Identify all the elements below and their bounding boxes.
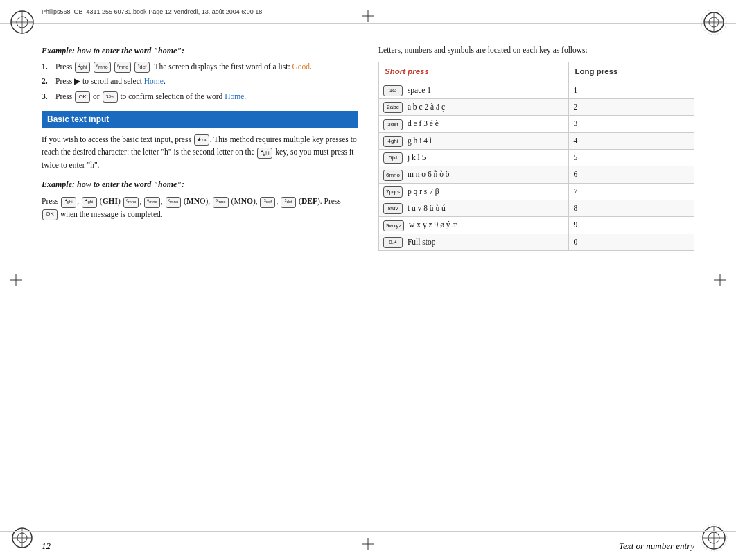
table-row: 5jkl j k l 55 xyxy=(379,149,694,166)
col-header-short-press: Short press xyxy=(379,62,569,82)
key-4: ⁴ghi xyxy=(75,62,90,73)
page: Philips568_GB_4311 255 60731.book Page 1… xyxy=(0,0,736,560)
step-1: 1. Press ⁴ghi ⁶mno ⁶mno ³def The screen … xyxy=(42,61,358,73)
key-icon: 8tuv xyxy=(383,203,403,214)
key-3-e2a: ³def xyxy=(260,197,275,208)
page-footer: 12 Text or number entry xyxy=(0,531,736,560)
crosshair-right xyxy=(714,274,726,286)
step-2-num: 2. xyxy=(42,76,51,87)
table-row: 7pqrs p q r s 7 β7 xyxy=(379,183,694,200)
key-3: ³def xyxy=(134,62,150,73)
key-6-e2d: ⁶mno xyxy=(213,197,229,208)
crosshair-left xyxy=(10,274,22,286)
table-header-row: Short press Long press xyxy=(379,62,694,82)
key-4-e2: ⁴ghi xyxy=(61,197,76,208)
step-3-text: Press OK or ⁱ10∞ to confirm selection of… xyxy=(55,91,246,103)
key-ok-e2: OK xyxy=(42,209,58,220)
table-body: 1ω space 112abc a b c 2 à ä ç23def d e f… xyxy=(379,82,694,251)
long-press-cell: 6 xyxy=(569,166,694,183)
short-press-cell: 6mno m n o 6 ñ ò ö xyxy=(379,166,569,183)
key-table: Short press Long press 1ω space 112abc a… xyxy=(378,62,694,251)
step-3-num: 3. xyxy=(42,91,51,103)
key-3-e2b: ³def xyxy=(281,197,296,208)
key-hash: ⁱ10∞ xyxy=(103,91,118,103)
word-home-2: Home xyxy=(225,92,244,100)
step-3: 3. Press OK or ⁱ10∞ to confirm selection… xyxy=(42,91,358,103)
key-icon: 4ghi xyxy=(383,136,403,147)
step-1-num: 1. xyxy=(42,61,51,73)
right-column: Letters, numbers and symbols are located… xyxy=(378,30,694,524)
crosshair-top xyxy=(362,10,374,22)
table-row: 4ghi g h i 4 ì4 xyxy=(379,132,694,149)
key-icon: 6mno xyxy=(383,170,403,181)
short-press-cell: 5jkl j k l 5 xyxy=(379,149,569,166)
table-row: 6mno m n o 6 ñ ò ö6 xyxy=(379,166,694,183)
key-icon: 1ω xyxy=(383,85,403,96)
short-press-cell: 2abc a b c 2 à ä ç xyxy=(379,98,569,115)
key-icon: 3def xyxy=(383,119,403,130)
long-press-cell: 7 xyxy=(569,183,694,200)
key-6a: ⁶mno xyxy=(94,62,111,73)
long-press-cell: 9 xyxy=(569,217,694,234)
short-press-cell: 8tuv t u v 8 ü ù ú xyxy=(379,200,569,217)
long-press-cell: 1 xyxy=(569,82,694,98)
table-row: 3def d e f 3 é è3 xyxy=(379,116,694,132)
corner-decoration-tl xyxy=(8,8,36,36)
col-header-long-press: Long press xyxy=(569,62,694,82)
example2-text: Press ⁴ghi, ⁴ghi (GHI) ⁶mno, ⁶mno, ⁶mno … xyxy=(42,195,358,220)
intro-text: Letters, numbers and symbols are located… xyxy=(378,44,694,56)
key-4-ref: ⁴ghi xyxy=(257,148,272,159)
left-column: Example: how to enter the word "home": 1… xyxy=(42,30,358,524)
step-2-text: Press ▶ to scroll and select Home. xyxy=(55,76,166,87)
main-content: Example: how to enter the word "home": 1… xyxy=(42,30,694,524)
word-home-1: Home xyxy=(144,77,164,85)
key-icon: 7pqrs xyxy=(383,186,403,198)
table-row: 8tuv t u v 8 ü ù ú8 xyxy=(379,200,694,217)
key-6-e2c: ⁶mno xyxy=(166,197,182,208)
short-press-cell: 4ghi g h i 4 ì xyxy=(379,132,569,149)
step-2: 2. Press ▶ to scroll and select Home. xyxy=(42,76,358,87)
basic-text-paragraph: If you wish to access the basic text inp… xyxy=(42,133,358,171)
short-press-cell: 1ω space 1 xyxy=(379,82,569,98)
short-press-cell: 3def d e f 3 é è xyxy=(379,116,569,132)
word-good: Good xyxy=(292,62,310,71)
section-heading-basic-text: Basic text input xyxy=(42,111,358,128)
key-4-e2b: ⁴ghi xyxy=(82,197,97,208)
example2-title: Example: how to enter the word "home": xyxy=(42,178,358,191)
page-number: 12 xyxy=(42,541,51,552)
key-star: ★↑A xyxy=(194,134,209,146)
long-press-cell: 3 xyxy=(569,116,694,132)
long-press-cell: 5 xyxy=(569,149,694,166)
key-icon: 2abc xyxy=(383,102,403,113)
short-press-cell: 7pqrs p q r s 7 β xyxy=(379,183,569,200)
footer-section-title: Text or number entry xyxy=(619,541,694,552)
long-press-cell: 4 xyxy=(569,132,694,149)
header-text: Philips568_GB_4311 255 60731.book Page 1… xyxy=(42,8,262,15)
table-row: 0.+ Full stop0 xyxy=(379,234,694,250)
short-press-cell: 0.+ Full stop xyxy=(379,234,569,250)
corner-decoration-tr xyxy=(700,8,728,36)
long-press-cell: 2 xyxy=(569,98,694,115)
table-row: 1ω space 11 xyxy=(379,82,694,98)
short-press-cell: 9wxyz w x y z 9 ø ý æ xyxy=(379,217,569,234)
key-6b: ⁶mno xyxy=(114,62,132,73)
steps-list: 1. Press ⁴ghi ⁶mno ⁶mno ³def The screen … xyxy=(42,61,358,103)
table-row: 2abc a b c 2 à ä ç2 xyxy=(379,98,694,115)
key-ok: OK xyxy=(75,91,90,103)
key-icon: 0.+ xyxy=(383,237,403,248)
key-6-e2a: ⁶mno xyxy=(123,197,139,208)
key-6-e2b: ⁶mno xyxy=(144,197,160,208)
key-icon: 9wxyz xyxy=(383,220,404,231)
example1-title: Example: how to enter the word "home": xyxy=(42,44,358,57)
long-press-cell: 0 xyxy=(569,234,694,250)
step-1-text: Press ⁴ghi ⁶mno ⁶mno ³def The screen dis… xyxy=(55,61,312,73)
key-icon: 5jkl xyxy=(383,152,403,164)
long-press-cell: 8 xyxy=(569,200,694,217)
table-row: 9wxyz w x y z 9 ø ý æ9 xyxy=(379,217,694,234)
